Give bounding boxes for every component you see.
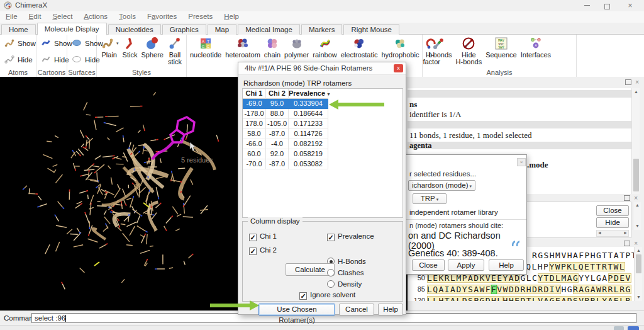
close-icon[interactable]: × bbox=[635, 80, 639, 85]
ribbon-item-sphere[interactable]: Sphere bbox=[140, 36, 165, 65]
menu-item-help[interactable]: Help bbox=[218, 11, 245, 21]
ribbon-item-electrostatic[interactable]: electrostatic bbox=[339, 36, 380, 65]
v-scrollbar[interactable]: ▲ ▼ bbox=[633, 202, 641, 230]
restore-icon[interactable] bbox=[599, 1, 615, 10]
scroll-up-icon[interactable]: ▲ bbox=[633, 203, 641, 207]
use-chosen-rotamer-button[interactable]: Use Chosen Rotamer(s) bbox=[258, 304, 335, 316]
close-icon[interactable]: x bbox=[394, 64, 403, 72]
float-icon[interactable] bbox=[624, 195, 630, 201]
table-row[interactable]: -66.0-4.00.082192 bbox=[243, 139, 402, 149]
tab-map[interactable]: Map bbox=[208, 24, 236, 35]
close-icon[interactable]: × bbox=[634, 241, 638, 246]
close-button[interactable]: Close bbox=[596, 205, 629, 216]
scroll-left-icon[interactable]: ◄ bbox=[597, 230, 602, 235]
atoms-show[interactable]: Show bbox=[4, 37, 33, 50]
help-button[interactable]: Help bbox=[378, 304, 403, 316]
column-header-chi-2[interactable]: Chi 2 bbox=[266, 89, 289, 99]
tab-molecule-display[interactable]: Molecule Display bbox=[37, 23, 107, 35]
menu-item-file[interactable]: File bbox=[0, 11, 23, 21]
close-icon[interactable]: × bbox=[517, 158, 526, 166]
checkbox-icon[interactable]: ✓ bbox=[249, 248, 257, 255]
close-icon[interactable]: × bbox=[622, 1, 638, 10]
checkbox-icon[interactable]: ✓ bbox=[249, 234, 257, 241]
checkbox-icon[interactable]: ✓ bbox=[299, 292, 307, 300]
apply-button[interactable]: Apply bbox=[448, 259, 484, 271]
ribbon-item-sequence[interactable]: MAVVVCSWYSequence bbox=[484, 36, 519, 65]
surfaces-show[interactable]: Show bbox=[71, 37, 94, 50]
tab-medical-image[interactable]: Medical Image bbox=[238, 24, 300, 35]
hide-button[interactable]: Hide bbox=[596, 217, 629, 228]
dialog-title-bar[interactable]: 4ltv #!1/A PHE 96 Side-Chain Rotamers x bbox=[238, 62, 406, 75]
cartoons-show[interactable]: Show bbox=[40, 37, 64, 50]
chi2-checkbox[interactable]: ✓Chi 2 bbox=[249, 246, 277, 255]
sequence-scrollbar[interactable]: ▲ ▼ bbox=[634, 247, 642, 301]
h-scrollbar[interactable]: ◄ ► bbox=[596, 230, 629, 237]
ribbon-item-hide-h-bonds[interactable]: Hide H-bonds bbox=[454, 36, 484, 65]
menu-item-actions[interactable]: Actions bbox=[78, 11, 113, 21]
menu-item-presets[interactable]: Presets bbox=[182, 11, 218, 21]
density-radio[interactable]: Density bbox=[327, 280, 362, 288]
help-button[interactable]: Help bbox=[489, 259, 524, 271]
radio-icon[interactable] bbox=[327, 280, 335, 288]
selection-count-label: 5 residues bbox=[181, 156, 213, 164]
prevalence-checkbox[interactable]: ✓Prevalence bbox=[327, 232, 374, 241]
scrollbar-thumb[interactable] bbox=[636, 254, 641, 273]
ribbon-item-interfaces[interactable]: CBAInterfaces bbox=[519, 36, 553, 65]
log-scrollbar[interactable]: ▲ bbox=[631, 88, 640, 199]
atoms-hide[interactable]: Hide bbox=[4, 54, 33, 66]
table-row[interactable]: -178.088.00.186644 bbox=[243, 109, 402, 119]
radio-icon[interactable] bbox=[327, 269, 335, 276]
ribbon-item-chain[interactable]: chain bbox=[262, 36, 282, 65]
scroll-down-icon[interactable]: ▼ bbox=[635, 295, 643, 299]
sequence-segment: PDEV bbox=[608, 273, 631, 283]
ribbon-item-rainbow[interactable]: rainbow bbox=[311, 36, 339, 65]
quote-icon[interactable] bbox=[510, 239, 521, 249]
menu-item-edit[interactable]: Edit bbox=[23, 11, 47, 21]
tab-right-mouse[interactable]: Right Mouse bbox=[343, 24, 399, 35]
table-row[interactable]: 60.092.00.058219 bbox=[243, 149, 402, 159]
cartoons-hide[interactable]: Hide bbox=[40, 54, 64, 66]
table-row[interactable]: -70.0-87.00.053082 bbox=[243, 159, 402, 169]
menu-item-select[interactable]: Select bbox=[47, 11, 78, 21]
ribbon-item-heteroatom[interactable]: heteroatom bbox=[223, 36, 262, 65]
close-icon[interactable]: × bbox=[634, 196, 638, 201]
residue-type-dropdown[interactable]: TRP▾ bbox=[413, 193, 447, 204]
library-dropdown[interactable]: ichardson (mode)▾ bbox=[408, 180, 475, 191]
clashes-radio[interactable]: Clashes bbox=[327, 268, 364, 277]
tab-home[interactable]: Home bbox=[1, 24, 36, 35]
surfaces-hide[interactable]: Hide bbox=[71, 54, 94, 66]
scrollbar-thumb[interactable] bbox=[633, 159, 639, 191]
menu-item-tools[interactable]: Tools bbox=[113, 11, 142, 21]
ignore-solvent-checkbox[interactable]: ✓Ignore solvent bbox=[299, 290, 355, 300]
chi1-checkbox[interactable]: ✓Chi 1 bbox=[249, 232, 277, 241]
status-icon-blue[interactable] bbox=[628, 326, 639, 330]
table-row[interactable]: 58.0-87.00.114726 bbox=[243, 129, 402, 139]
svg-text:T: T bbox=[207, 40, 209, 43]
scroll-right-icon[interactable]: ► bbox=[623, 230, 628, 235]
scroll-down-icon[interactable]: ▼ bbox=[633, 224, 641, 228]
minimize-icon[interactable] bbox=[579, 1, 595, 10]
ribbon-item-nucleotide[interactable]: ATGCnucleotide bbox=[188, 36, 223, 65]
ribbon-item-ball-stick[interactable]: Ball stick bbox=[165, 36, 184, 65]
tab-nucleotides[interactable]: Nucleotides bbox=[108, 24, 161, 35]
column-header-prevalence[interactable]: Prevalence▼ bbox=[289, 89, 328, 99]
ribbon-item-stick[interactable]: Stick bbox=[121, 36, 140, 65]
scroll-up-icon[interactable]: ▲ bbox=[632, 89, 640, 94]
menu-item-favorites[interactable]: Favorites bbox=[142, 11, 182, 21]
table-row[interactable]: 178.0-105.00.171233 bbox=[243, 119, 402, 129]
ribbon-item-polymer[interactable]: polymer bbox=[282, 36, 311, 65]
scroll-up-icon[interactable]: ▲ bbox=[635, 248, 643, 253]
item-label: electrostatic bbox=[341, 52, 378, 59]
checkbox-icon[interactable]: ✓ bbox=[327, 234, 335, 241]
ribbon-item-plain[interactable]: ▾Plain bbox=[98, 36, 121, 65]
ribbon-item-hydrophobic[interactable]: hydrophobic bbox=[379, 36, 421, 65]
cancel-button[interactable]: Cancel bbox=[339, 304, 374, 316]
tab-graphics[interactable]: Graphics bbox=[162, 24, 206, 35]
status-icon[interactable] bbox=[614, 326, 624, 330]
float-icon[interactable] bbox=[624, 241, 630, 246]
float-icon[interactable] bbox=[625, 79, 631, 85]
ribbon-item-h-bonds[interactable]: H-bonds bbox=[424, 36, 454, 65]
close-button[interactable]: Close bbox=[412, 259, 445, 271]
column-header-chi-1[interactable]: Chi 1 bbox=[243, 89, 266, 99]
tab-markers[interactable]: Markers bbox=[301, 24, 343, 35]
